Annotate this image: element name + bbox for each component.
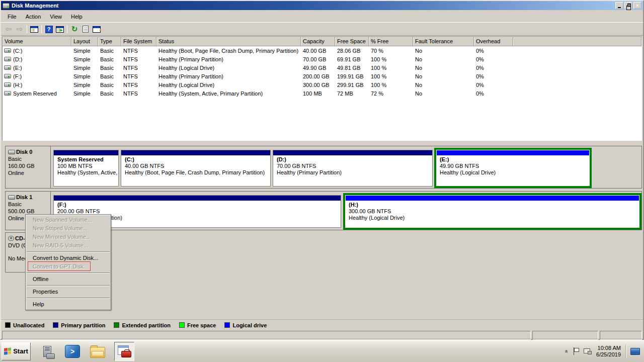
- app-icon: [3, 3, 10, 9]
- column-header-capacity[interactable]: Capacity: [301, 37, 335, 46]
- restore-icon: [627, 4, 631, 7]
- menu-help[interactable]: Help: [66, 12, 87, 21]
- tray-separator: [625, 345, 626, 358]
- partition-color-strip: [273, 150, 432, 155]
- legend-unallocated: Unallocated: [5, 322, 44, 328]
- windows-logo-icon: [4, 347, 11, 354]
- column-header-type[interactable]: Type: [98, 37, 121, 46]
- legend-swatch: [53, 322, 58, 328]
- menu-item-new-raid5-volume: New RAID-5 Volume...: [26, 241, 111, 250]
- taskbar-server-manager-icon[interactable]: [39, 343, 56, 360]
- taskbar-powershell-icon[interactable]: >: [64, 343, 81, 360]
- legend-extended-partition: Extended partition: [114, 322, 171, 328]
- minimize-icon: [618, 7, 621, 8]
- taskbar-file-explorer-icon[interactable]: [89, 343, 106, 360]
- disk0-label[interactable]: Disk 0 Basic 160.00 GB Online: [6, 146, 51, 188]
- taskbar-clock[interactable]: 10:08 AM 6/25/2019: [596, 345, 621, 358]
- properties-icon[interactable]: [80, 24, 91, 34]
- close-button[interactable]: ×: [633, 2, 641, 9]
- show-console-tree-icon[interactable]: [29, 24, 40, 34]
- network-icon[interactable]: [584, 348, 592, 354]
- help-icon[interactable]: ?: [43, 24, 54, 34]
- volume-icon: [4, 74, 11, 78]
- menu-separator: [27, 273, 110, 274]
- close-icon: ×: [636, 4, 638, 8]
- toolbar-separator: [67, 25, 67, 33]
- volume-table-header: Volume Layout Type File System Status Ca…: [3, 37, 641, 46]
- table-row[interactable]: (F:) Simple Basic NTFS Healthy (Primary …: [3, 72, 641, 80]
- system-tray: « 10:08 AM 6/25/2019: [565, 345, 644, 358]
- toolbar-separator: [41, 25, 42, 33]
- legend-primary-partition: Primary partition: [53, 322, 105, 328]
- partition-system-reserved[interactable]: System Reserved 100 MB NTFS Healthy (Sys…: [53, 150, 119, 187]
- menu-action[interactable]: Action: [21, 12, 46, 21]
- legend-free-space: Free space: [179, 322, 216, 328]
- table-row[interactable]: (E:) Simple Basic NTFS Healthy (Logical …: [3, 63, 641, 72]
- status-cell-mid: [532, 331, 598, 340]
- legend-swatch: [224, 322, 230, 328]
- column-header-faulttolerance[interactable]: Fault Tolerance: [413, 37, 474, 46]
- menu-separator: [27, 285, 110, 286]
- minimize-button[interactable]: [615, 2, 623, 9]
- menu-item-help[interactable]: Help: [26, 300, 111, 309]
- column-header-filesystem[interactable]: File System: [121, 37, 156, 46]
- action-center-flag-icon[interactable]: [573, 347, 579, 355]
- disk0-row: Disk 0 Basic 160.00 GB Online System Res…: [5, 146, 642, 189]
- status-bar: [2, 331, 642, 340]
- column-header-overhead[interactable]: Overhead: [474, 37, 513, 46]
- menu-item-new-mirrored-volume: New Mirrored Volume...: [26, 233, 111, 241]
- column-header-layout[interactable]: Layout: [71, 37, 98, 46]
- legend-swatch: [179, 322, 185, 328]
- tray-expand-chevron-icon[interactable]: «: [562, 349, 570, 353]
- menu-file[interactable]: File: [3, 12, 21, 21]
- taskbar-disk-management-icon[interactable]: [114, 342, 134, 361]
- legend-logical-drive: Logical drive: [224, 322, 267, 328]
- toolbar-separator: [27, 25, 27, 33]
- column-header-filler: [513, 37, 641, 46]
- partition-color-strip: [54, 196, 341, 201]
- titlebar: Disk Management ×: [1, 1, 643, 10]
- table-row[interactable]: System Reserved Simple Basic NTFS Health…: [3, 89, 641, 98]
- column-header-freespace[interactable]: Free Space: [335, 37, 369, 46]
- column-header-status[interactable]: Status: [156, 37, 301, 46]
- partition-c[interactable]: (C:) 40.00 GB NTFS Healthy (Boot, Page F…: [121, 150, 271, 187]
- column-header-pctfree[interactable]: % Free: [369, 37, 413, 46]
- legend-swatch: [114, 322, 119, 328]
- disk-icon: [8, 150, 15, 154]
- cd-icon: [8, 236, 14, 241]
- disk-management-window: Disk Management × File Action View Help …: [0, 0, 644, 340]
- clock-date: 6/25/2019: [596, 351, 621, 358]
- menu-item-new-striped-volume: New Striped Volume...: [26, 224, 111, 233]
- disk-context-menu: New Spanned Volume... New Striped Volume…: [25, 214, 111, 310]
- disk-icon: [8, 195, 15, 200]
- column-header-volume[interactable]: Volume: [3, 37, 71, 46]
- show-action-pane-icon[interactable]: ▶: [54, 24, 65, 34]
- menu-item-properties[interactable]: Properties: [26, 288, 111, 296]
- volume-list-pane: Volume Layout Type File System Status Ca…: [2, 37, 642, 141]
- manage-icon[interactable]: *: [91, 24, 102, 34]
- start-button[interactable]: Start: [2, 342, 31, 360]
- partition-d[interactable]: (D:) 70.00 GB NTFS Healthy (Primary Part…: [273, 150, 433, 187]
- window-title: Disk Management: [12, 3, 59, 9]
- volume-icon: [4, 65, 11, 70]
- partition-color-strip: [437, 150, 589, 155]
- back-icon: ⇦: [3, 24, 14, 34]
- partition-e[interactable]: (E:) 49.90 GB NTFS Healthy (Logical Driv…: [434, 148, 592, 188]
- restore-button[interactable]: [624, 2, 632, 9]
- clock-time: 10:08 AM: [596, 345, 621, 351]
- partition-color-strip: [54, 150, 118, 155]
- table-row[interactable]: (H:) Simple Basic NTFS Healthy (Logical …: [3, 80, 641, 89]
- volume-icon: [4, 82, 11, 87]
- legend-bar: Unallocated Primary partition Extended p…: [1, 320, 643, 330]
- menu-item-convert-to-dynamic-disk[interactable]: Convert to Dynamic Disk...: [26, 254, 111, 262]
- menu-view[interactable]: View: [45, 12, 66, 21]
- table-row[interactable]: (C:) Simple Basic NTFS Healthy (Boot, Pa…: [3, 46, 641, 55]
- partition-h[interactable]: (H:) 300.00 GB NTFS Healthy (Logical Dri…: [343, 193, 641, 230]
- show-desktop-display-icon[interactable]: [630, 348, 640, 355]
- menu-item-offline[interactable]: Offline: [26, 275, 111, 284]
- volume-icon: [4, 57, 11, 61]
- table-row[interactable]: (D:) Simple Basic NTFS Healthy (Primary …: [3, 55, 641, 63]
- partition-color-strip: [346, 196, 639, 201]
- menu-separator: [27, 298, 110, 299]
- refresh-icon[interactable]: ↻: [69, 24, 80, 34]
